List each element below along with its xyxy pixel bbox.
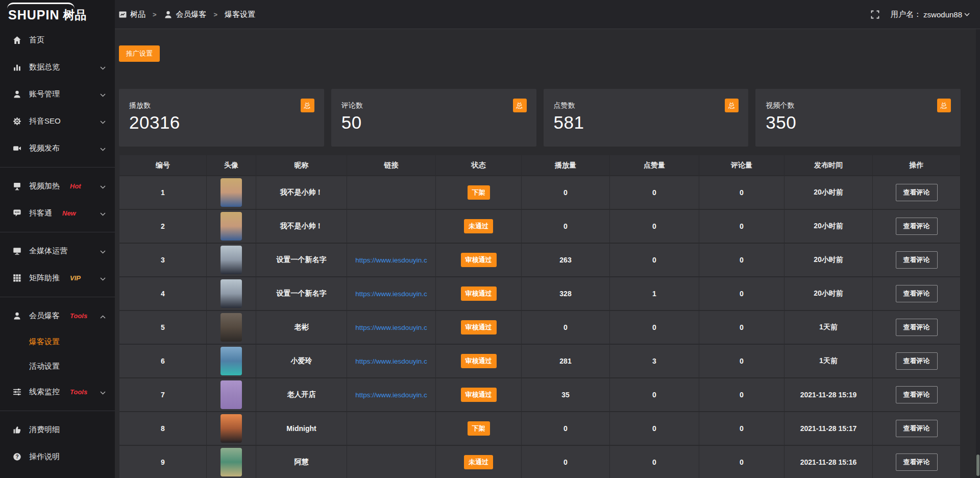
view-comments-button[interactable]: 查看评论 [896,352,938,370]
view-comments-button[interactable]: 查看评论 [896,386,938,403]
breadcrumb-item-会员爆客[interactable]: 会员爆客 [164,10,207,19]
status-badge: 未通过 [464,219,493,233]
sidebar-item-label: 全媒体运营 [29,246,67,256]
username-value: zswodun88 [923,10,962,19]
cell-likes: 3 [610,345,699,377]
promotion-settings-button[interactable]: 推广设置 [119,45,160,62]
cell-comments: 0 [699,412,785,445]
cell-id: 6 [119,345,207,377]
cell-link: https://www.iesdouyin.c [347,244,436,276]
column-header-评论量: 评论量 [699,155,785,175]
sidebar-item-线索监控[interactable]: 线索监控 Tools [0,378,115,405]
sidebar-item-label: 消费明细 [29,425,60,435]
column-header-昵称: 昵称 [256,155,347,175]
chevron-icon [100,388,106,396]
sidebar-item-视频加热[interactable]: 视频加热 Hot [0,173,115,200]
cell-nickname: 我不是小帅！ [256,210,347,243]
chevron-icon [100,117,106,126]
breadcrumb-item-树品[interactable]: 树品 [119,10,145,19]
stat-cards: 播放数 20316 总 评论数 50 总 点赞数 581 总 视频个数 350 … [119,89,961,147]
cell-publish-time: 20小时前 [785,210,873,243]
sidebar-item-首页[interactable]: 首页 [0,27,115,54]
video-link[interactable]: https://www.iesdouyin.c [355,391,427,399]
video-link[interactable]: https://www.iesdouyin.c [355,324,427,331]
view-comments-button[interactable]: 查看评论 [896,251,938,269]
table-row: 5 老彬 https://www.iesdouyin.c 审核通过 0 0 0 … [119,310,961,344]
video-link[interactable]: https://www.iesdouyin.c [355,357,427,365]
avatar [220,414,242,443]
stat-card-label: 评论数 [341,101,526,110]
cell-id: 3 [119,244,207,276]
sidebar-item-badge: VIP [70,274,81,282]
sidebar-item-操作说明[interactable]: ? 操作说明 [0,443,115,470]
sidebar-divider [0,232,115,232]
cell-id: 7 [119,378,207,411]
video-link[interactable]: https://www.iesdouyin.c [355,256,427,264]
view-comments-button[interactable]: 查看评论 [896,218,938,235]
username-label: 用户名： [891,10,921,19]
status-badge: 下架 [468,421,490,436]
cell-actions: 查看评论 [873,210,961,243]
scrollbar-thumb[interactable] [976,455,979,476]
table-row: 7 老人开店 https://www.iesdouyin.c 审核通过 35 0… [119,377,961,411]
data-table: 编号头像昵称链接状态播放量点赞量评论量发布时间操作 1 我不是小帅！ 下架 0 … [119,155,961,478]
column-header-发布时间: 发布时间 [785,155,873,175]
sidebar-item-会员爆客[interactable]: 会员爆客 Tools [0,302,115,329]
cell-plays: 0 [522,210,610,243]
cell-plays: 328 [522,277,610,310]
sidebar-item-label: 视频发布 [29,144,60,153]
video-link[interactable]: https://www.iesdouyin.c [355,290,427,298]
brand-logo[interactable]: SHUPIN 树品 [0,0,115,26]
user-icon [12,90,21,99]
cell-comments: 0 [699,244,785,276]
user-menu[interactable]: 用户名： zswodun88 [891,10,970,19]
sidebar-subitem-爆客设置[interactable]: 爆客设置 [0,329,115,354]
cell-status: 审核通过 [436,311,522,344]
sidebar-item-全媒体运营[interactable]: 全媒体运营 [0,237,115,265]
sidebar-item-label: 线索监控 [29,387,60,397]
avatar [220,178,242,207]
sidebar-item-抖客通[interactable]: 抖客通 New [0,200,115,227]
chevron-icon [100,144,106,153]
cell-comments: 0 [699,446,785,478]
view-comments-button[interactable]: 查看评论 [896,319,938,336]
cell-nickname: 我不是小帅！ [256,176,347,209]
sidebar-item-badge: Hot [70,182,81,190]
logo-text-cn: 树品 [63,7,86,23]
cell-publish-time: 1天前 [785,345,873,377]
sidebar-divider [0,411,115,411]
cell-link: https://www.iesdouyin.c [347,345,436,377]
chevron-down-icon [964,13,970,16]
cell-link [347,210,436,243]
sidebar-item-账号管理[interactable]: 账号管理 [0,81,115,108]
table-row: 1 我不是小帅！ 下架 0 0 0 20小时前 查看评论 [119,175,961,209]
sidebar-item-label: 操作说明 [29,452,60,462]
cell-avatar [207,345,256,377]
cell-link [347,412,436,445]
sidebar-item-label: 抖客通 [29,208,52,218]
column-header-播放量: 播放量 [522,155,610,175]
view-comments-button[interactable]: 查看评论 [896,184,938,201]
fullscreen-icon[interactable] [871,10,879,19]
cell-avatar [207,446,256,478]
sidebar-item-label: 账号管理 [29,89,60,99]
sidebar-subitem-活动设置[interactable]: 活动设置 [0,354,115,378]
sidebar-subitem-label: 活动设置 [29,362,60,371]
view-comments-button[interactable]: 查看评论 [896,285,938,302]
sidebar-item-矩阵助推[interactable]: 矩阵助推 VIP [0,265,115,292]
column-header-头像: 头像 [207,155,256,175]
breadcrumb: 树品>会员爆客>爆客设置 [119,10,255,19]
sidebar-item-消费明细[interactable]: 消费明细 [0,416,115,443]
breadcrumb-item-爆客设置[interactable]: 爆客设置 [225,10,255,19]
view-comments-button[interactable]: 查看评论 [896,453,938,471]
sidebar-item-数据总览[interactable]: 数据总览 [0,54,115,81]
breadcrumb-label: 会员爆客 [176,10,207,19]
sidebar-item-抖音SEO[interactable]: 抖音SEO [0,108,115,135]
sidebar-item-视频发布[interactable]: 视频发布 [0,135,115,162]
column-header-操作: 操作 [873,155,961,175]
cell-likes: 1 [610,277,699,310]
page-scrollbar[interactable] [976,29,980,478]
view-comments-button[interactable]: 查看评论 [896,420,938,437]
cell-actions: 查看评论 [873,378,961,411]
cell-likes: 0 [610,412,699,445]
